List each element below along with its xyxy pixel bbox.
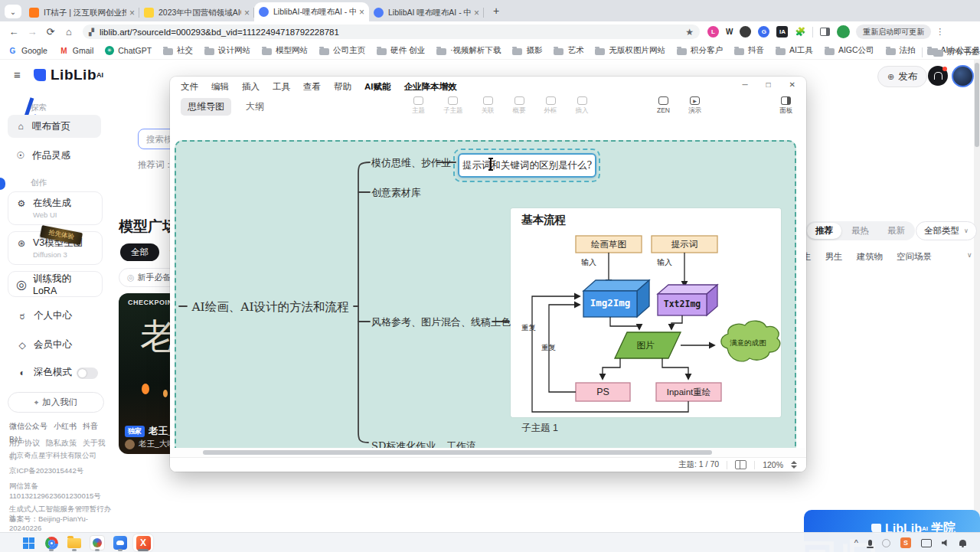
category-chip[interactable]: 男生: [825, 251, 843, 263]
zen-mode-button[interactable]: ZEN: [657, 96, 670, 116]
taskbar-netdisk[interactable]: [109, 534, 132, 552]
bookmark-item[interactable]: 积分客户: [677, 45, 723, 56]
present-button[interactable]: ▶ 演示: [688, 96, 701, 116]
legal-link[interactable]: 用户协议: [9, 439, 40, 447]
chrome-update-button[interactable]: 重新启动即可更新: [856, 24, 931, 39]
selected-topic-node[interactable]: 提示词和关键词的区别是什么?: [458, 153, 596, 178]
panel-button[interactable]: 面板: [779, 96, 792, 116]
category-chip[interactable]: 空间场景: [897, 251, 932, 263]
page-scrollbar-thumb[interactable]: [975, 63, 979, 147]
bookmark-item[interactable]: 硬件 创业: [377, 45, 425, 56]
site-info-icon[interactable]: ▞: [89, 28, 93, 36]
reload-icon[interactable]: ⟳: [41, 26, 60, 38]
extension-icon-dark[interactable]: [740, 26, 751, 38]
view-tab[interactable]: 思维导图: [181, 98, 231, 116]
tool-button[interactable]: 插入: [576, 96, 589, 116]
extension-icon-g[interactable]: G: [758, 26, 769, 38]
legal-link[interactable]: 隐私政策: [46, 439, 77, 447]
social-link[interactable]: 抖音: [83, 422, 98, 430]
new-tab-button[interactable]: +: [488, 3, 504, 18]
bookmark-item[interactable]: 抖音: [734, 45, 764, 56]
notification-bell[interactable]: [928, 66, 948, 86]
sidebar-item-train-lora[interactable]: ◎ 训练我的LoRA: [8, 271, 103, 297]
bookmark-item[interactable]: 摄影: [512, 45, 542, 56]
bookmark-item[interactable]: ·视频解析下载: [436, 45, 501, 56]
taskbar-design-app[interactable]: [86, 534, 109, 552]
browser-tab[interactable]: IT桔子 | 泛互联网创业投资项目 ×: [24, 4, 139, 21]
extension-icon-lp[interactable]: L: [707, 26, 719, 38]
icp-filing[interactable]: 京ICP备2023015442号: [9, 466, 83, 475]
hamburger-menu-icon[interactable]: ≡: [14, 68, 21, 81]
maximize-icon[interactable]: □: [766, 80, 771, 89]
menu-item[interactable]: 帮助: [334, 81, 351, 93]
sidebar-item-home[interactable]: ⌂ 哩布首页: [8, 115, 101, 138]
taskbar-chrome[interactable]: [40, 534, 63, 552]
taskbar-explorer[interactable]: [63, 534, 86, 552]
sidebar-item-member[interactable]: ◇ 会员中心: [17, 338, 72, 351]
sunlogin-icon[interactable]: S: [900, 537, 911, 548]
join-us-button[interactable]: ⌖ 加入我们: [8, 392, 104, 413]
tray-chevron-up-icon[interactable]: ^: [854, 538, 858, 547]
sort-tab[interactable]: 最热: [843, 223, 877, 239]
user-avatar[interactable]: [952, 65, 974, 87]
minimize-icon[interactable]: ─: [742, 80, 747, 89]
tab-close-icon[interactable]: ×: [359, 7, 364, 18]
tool-button[interactable]: 关联: [482, 96, 495, 116]
tab-close-icon[interactable]: ×: [244, 8, 250, 18]
tool-button[interactable]: 外框: [544, 96, 557, 116]
bookmark-star-icon[interactable]: ★: [685, 27, 694, 38]
url-bar[interactable]: ▞ liblib.art/?sourceId=000293&bd_vid=111…: [83, 24, 700, 39]
puzzle-extensions-icon[interactable]: 🧩: [795, 27, 805, 37]
bookmark-item[interactable]: Google: [8, 46, 47, 55]
branch-topic-material[interactable]: 创意素材库: [371, 186, 421, 200]
menu-item[interactable]: 插入: [242, 81, 260, 93]
bookmark-item[interactable]: 模型网站: [262, 45, 308, 56]
tab-close-icon[interactable]: ×: [129, 8, 135, 18]
bookmark-item[interactable]: 社交: [163, 45, 193, 56]
sidebar-item-online-generate[interactable]: ⚙ 在线生成 Web UI: [8, 191, 103, 225]
bookmark-item[interactable]: 无版权图片网站: [595, 45, 665, 56]
url-text[interactable]: liblib.art/?sourceId=000293&bd_vid=11122…: [100, 28, 685, 37]
bookmark-item[interactable]: 艺术: [554, 45, 583, 56]
home-icon[interactable]: ⌂: [60, 26, 78, 38]
monitor-icon[interactable]: [921, 539, 932, 547]
horizontal-scrollbar[interactable]: [203, 450, 712, 455]
forward-icon[interactable]: →: [23, 26, 41, 38]
all-bookmarks-button[interactable]: 所有书签: [922, 47, 979, 57]
mindmap-canvas[interactable]: AI绘画、AI设计的方法和流程 模仿思维、抄作业 创意素材库 风格参考、图片混合…: [170, 116, 806, 448]
darkmode-toggle[interactable]: [77, 367, 98, 379]
social-link[interactable]: 小红书: [54, 422, 77, 430]
menu-item[interactable]: 工具: [273, 81, 290, 93]
close-icon[interactable]: ✕: [789, 80, 795, 89]
tool-button[interactable]: 子主题: [443, 96, 463, 116]
overview-icon[interactable]: [735, 460, 746, 469]
branch-topic-sd[interactable]: SD标准化作业: [371, 439, 436, 448]
browser-tab[interactable]: 2023年中国营销领域AIGC技术 ×: [139, 4, 254, 21]
bookmark-item[interactable]: 公司主页: [319, 45, 365, 56]
menu-item[interactable]: 编辑: [211, 81, 229, 93]
back-icon[interactable]: ←: [5, 26, 23, 38]
sort-tab[interactable]: 最新: [879, 223, 913, 239]
xmind-window[interactable]: 文件编辑插入工具查看帮助AI赋能企业降本增效 ─ □ ✕ 思维导图大纲 主题: [170, 77, 806, 472]
tab-close-icon[interactable]: ×: [474, 8, 479, 18]
sidebar-item-v3-generate[interactable]: ⊛ V3模型生图 Diffusion 3 抢先体验: [8, 231, 103, 265]
microphone-icon[interactable]: [868, 540, 872, 546]
bookmark-item[interactable]: ChatGPT: [105, 46, 152, 55]
bookmark-item[interactable]: AIGC公司: [825, 45, 874, 56]
type-filter-select[interactable]: 全部类型 ∨: [916, 221, 977, 240]
branch-topic-workflow[interactable]: 工作流: [446, 439, 476, 448]
extension-icon-w[interactable]: W: [726, 28, 733, 36]
menu-item[interactable]: 企业降本增效: [404, 81, 457, 93]
browser-tab[interactable]: LiblibAI-哩布哩布AI - 中国领先 ×: [254, 2, 369, 21]
sort-tab[interactable]: 推荐: [807, 223, 841, 239]
tab-search-button[interactable]: ⌄: [5, 5, 21, 18]
status-ring-icon[interactable]: [882, 539, 890, 547]
page-scrollbar[interactable]: [974, 60, 980, 532]
bookmark-item[interactable]: 法拍: [886, 45, 916, 56]
browser-tab[interactable]: LiblibAI 哩布哩布AI - 中国领先 ×: [369, 4, 484, 21]
filter-chip-all[interactable]: 全部: [120, 243, 159, 261]
root-topic[interactable]: AI绘画、AI设计的方法和流程: [185, 299, 355, 315]
bookmark-item[interactable]: 设计网站: [204, 45, 250, 56]
browser-menu-icon[interactable]: ⋮: [936, 27, 944, 37]
chips-expand-icon[interactable]: ∨: [967, 251, 972, 259]
